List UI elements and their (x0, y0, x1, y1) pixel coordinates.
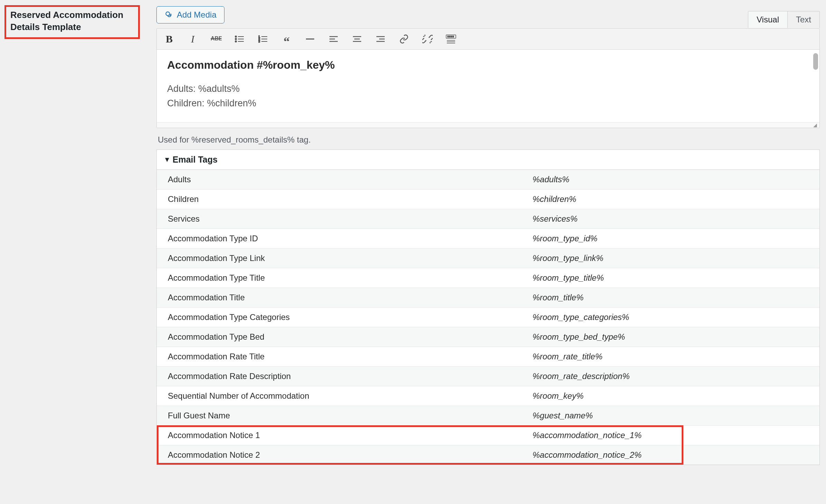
bullet-list-button[interactable] (233, 33, 246, 45)
svg-point-7 (235, 41, 237, 42)
email-tag-row: Accommodation Type Bed%room_type_bed_typ… (157, 327, 819, 347)
email-tag-row: Sequential Number of Accommodation%room_… (157, 386, 819, 406)
email-tag-row: Adults%adults% (157, 170, 819, 189)
email-tag-label: Full Guest Name (157, 406, 528, 425)
email-tag-value: %room_title% (528, 288, 819, 307)
email-tag-value: %room_type_title% (528, 268, 819, 288)
svg-rect-33 (453, 36, 454, 37)
email-tag-value: %room_rate_description% (528, 367, 819, 386)
helper-text: Used for %reserved_rooms_details% tag. (158, 135, 820, 145)
email-tag-label: Accommodation Notice 2 (157, 445, 528, 465)
email-tag-value: %guest_name% (528, 406, 819, 425)
editor-tabs: Visual Text (748, 11, 820, 28)
email-tag-label: Adults (157, 170, 528, 189)
align-right-button[interactable] (374, 33, 387, 45)
svg-point-0 (166, 12, 170, 16)
email-tag-label: Sequential Number of Accommodation (157, 386, 528, 406)
editor-content[interactable]: Accommodation #%room_key% Adults: %adult… (157, 50, 819, 122)
media-icon (164, 10, 173, 19)
add-media-button[interactable]: Add Media (156, 6, 224, 23)
svg-text:3: 3 (258, 40, 260, 43)
editor-line-children: Children: %children% (167, 96, 809, 111)
email-tag-row: Full Guest Name%guest_name% (157, 406, 819, 425)
email-tags-panel: ▼ Email Tags Adults%adults%Children%chil… (156, 149, 820, 465)
add-media-label: Add Media (177, 10, 217, 20)
svg-point-3 (235, 36, 237, 37)
email-tag-row: Accommodation Type Categories%room_type_… (157, 307, 819, 327)
resize-handle[interactable]: ◢ (157, 122, 819, 128)
email-tag-label: Services (157, 209, 528, 229)
email-tag-label: Accommodation Notice 1 (157, 426, 528, 445)
section-title: Reserved Accommodation Details Template (10, 9, 134, 33)
email-tag-value: %children% (528, 190, 819, 209)
email-tag-value: %room_type_id% (528, 229, 819, 248)
email-tag-value: %adults% (528, 170, 819, 189)
email-tag-label: Accommodation Rate Description (157, 367, 528, 386)
email-tag-label: Accommodation Title (157, 288, 528, 307)
email-tag-label: Children (157, 190, 528, 209)
email-tag-label: Accommodation Type Bed (157, 327, 528, 347)
align-center-button[interactable] (351, 33, 363, 45)
tab-text[interactable]: Text (788, 11, 819, 28)
align-left-button[interactable] (327, 33, 340, 45)
email-tag-row: Children%children% (157, 189, 819, 209)
email-tag-row: Accommodation Type Link%room_type_link% (157, 248, 819, 268)
editor-heading: Accommodation #%room_key% (167, 59, 809, 71)
strikethrough-button[interactable]: ABE (210, 33, 222, 45)
email-tag-row: Services%services% (157, 209, 819, 229)
email-tags-header-label: Email Tags (173, 155, 218, 165)
email-tag-row: Accommodation Notice 1%accommodation_not… (157, 425, 819, 445)
numbered-list-button[interactable]: 123 (257, 33, 269, 45)
email-tag-row: Accommodation Rate Description%room_rate… (157, 366, 819, 386)
svg-rect-30 (448, 36, 449, 37)
tab-visual[interactable]: Visual (748, 11, 788, 28)
email-tag-value: %accommodation_notice_1% (528, 426, 819, 445)
toolbar-toggle-button[interactable] (445, 33, 457, 45)
email-tag-row: Accommodation Title%room_title% (157, 288, 819, 307)
annotation-highlight-title: Reserved Accommodation Details Template (4, 5, 140, 39)
email-tag-label: Accommodation Rate Title (157, 347, 528, 366)
email-tag-value: %room_type_bed_type% (528, 327, 819, 347)
horizontal-rule-button[interactable] (304, 33, 316, 45)
svg-point-5 (235, 38, 237, 40)
bold-button[interactable]: B (163, 33, 175, 45)
email-tag-label: Accommodation Type Link (157, 249, 528, 268)
email-tag-row: Accommodation Rate Title%room_rate_title… (157, 347, 819, 366)
email-tag-value: %room_type_categories% (528, 308, 819, 327)
email-tag-label: Accommodation Type Title (157, 268, 528, 288)
scrollbar-thumb[interactable] (813, 53, 818, 70)
editor-toolbar: B I ABE 123 “ (157, 29, 819, 50)
editor-line-adults: Adults: %adults% (167, 82, 809, 96)
svg-rect-32 (451, 36, 452, 37)
italic-button[interactable]: I (186, 33, 199, 45)
svg-rect-31 (449, 36, 450, 37)
editor: B I ABE 123 “ (156, 28, 820, 128)
unlink-button[interactable] (421, 33, 434, 45)
blockquote-button[interactable]: “ (280, 33, 293, 45)
email-tag-value: %room_rate_title% (528, 347, 819, 366)
email-tags-toggle[interactable]: ▼ Email Tags (157, 150, 819, 170)
email-tag-value: %room_key% (528, 386, 819, 406)
email-tag-value: %accommodation_notice_2% (528, 445, 819, 465)
email-tag-row: Accommodation Notice 2%accommodation_not… (157, 445, 819, 465)
email-tag-label: Accommodation Type ID (157, 229, 528, 248)
collapse-icon: ▼ (164, 156, 171, 164)
email-tag-value: %room_type_link% (528, 249, 819, 268)
email-tag-value: %services% (528, 209, 819, 229)
email-tag-row: Accommodation Type ID%room_type_id% (157, 229, 819, 248)
link-button[interactable] (398, 33, 410, 45)
email-tag-row: Accommodation Type Title%room_type_title… (157, 268, 819, 288)
email-tag-label: Accommodation Type Categories (157, 308, 528, 327)
